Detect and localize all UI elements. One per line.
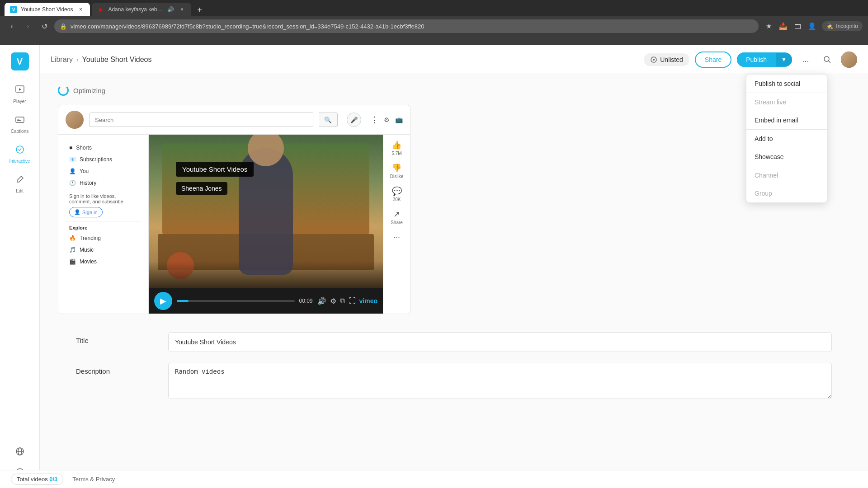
- dropdown-showcase[interactable]: Showcase: [746, 148, 827, 166]
- share-icon: ↗: [393, 209, 400, 219]
- address-bar-url: vimeo.com/manage/videos/896376989/72fd7f…: [71, 23, 753, 30]
- browser-chrome: V Youtube Short Videos × ▶ Adana keyfasy…: [0, 0, 868, 45]
- browser-toolbar: ‹ › ↺ 🔒 vimeo.com/manage/videos/89637698…: [0, 16, 868, 36]
- vimeo-brand: vimeo: [359, 297, 377, 305]
- download-button[interactable]: 📥: [777, 20, 789, 33]
- incognito-badge: 🕵 Incognito: [822, 21, 863, 31]
- comments-count: 20K: [393, 197, 401, 202]
- address-bar[interactable]: 🔒 vimeo.com/manage/videos/896376989/72fd…: [54, 19, 759, 33]
- form-row-title: Title: [76, 332, 832, 352]
- yt-name-overlay: Sheena Jones: [176, 182, 227, 195]
- yt-progress-bar[interactable]: [177, 300, 295, 302]
- yt-signin-button[interactable]: 👤 Sign in: [69, 207, 103, 217]
- video-section: 🔍 🎤 ⋮ ⚙ 📺 ■ Shorts: [58, 105, 850, 314]
- tab-2-audio-icon: 🔊: [167, 6, 174, 13]
- search-icon: [823, 56, 831, 64]
- total-videos-label: Total videos: [17, 476, 48, 483]
- tab-1-title: Youtube Short Videos: [21, 6, 73, 13]
- description-label: Description: [76, 363, 157, 375]
- tab-2-favicon: ▶: [97, 6, 104, 13]
- title-input[interactable]: [168, 332, 832, 352]
- terms-privacy-link[interactable]: Terms & Privacy: [72, 476, 115, 483]
- pip-icon[interactable]: ⧉: [340, 297, 345, 305]
- player-icon: [15, 85, 25, 97]
- thumbs-up-icon: 👍: [392, 140, 401, 150]
- volume-icon[interactable]: 🔊: [317, 297, 326, 305]
- stat-likes[interactable]: 👍 5.7M: [392, 140, 401, 156]
- user-avatar[interactable]: [841, 52, 857, 68]
- likes-count: 5.7M: [392, 151, 401, 156]
- description-input[interactable]: Random videos: [168, 363, 832, 399]
- search-button[interactable]: [819, 52, 835, 68]
- yt-content: ■ Shorts 📧 Subscriptions 👤 You: [58, 135, 410, 314]
- svg-rect-2: [17, 119, 19, 120]
- yt-nav-subscriptions[interactable]: 📧 Subscriptions: [66, 154, 141, 165]
- unlisted-badge[interactable]: Unlisted: [644, 53, 689, 66]
- more-icon: ···: [393, 232, 400, 242]
- dropdown-publish-social[interactable]: Publish to social: [746, 75, 827, 93]
- dropdown-add-to[interactable]: Add to: [746, 130, 827, 148]
- tab-1-close[interactable]: ×: [76, 5, 85, 14]
- stat-share[interactable]: ↗ Share: [391, 209, 403, 225]
- stat-comments[interactable]: 💬 20K: [392, 186, 402, 202]
- yt-nav-you[interactable]: 👤 You: [66, 165, 141, 177]
- breadcrumb: Library › Youtube Short Videos: [51, 56, 151, 64]
- svg-point-10: [824, 56, 829, 61]
- sidebar-item-interactive[interactable]: Interactive: [4, 141, 36, 167]
- stat-more[interactable]: ···: [393, 232, 400, 242]
- sidebar-item-player[interactable]: Player: [4, 81, 36, 108]
- yt-nav-shorts[interactable]: ■ Shorts: [66, 142, 141, 154]
- new-tab-button[interactable]: +: [193, 4, 206, 16]
- fullscreen-icon[interactable]: ⛶: [349, 297, 356, 305]
- sidebar-globe[interactable]: [4, 443, 36, 460]
- publish-button[interactable]: Publish: [737, 52, 776, 67]
- yt-search-input[interactable]: [89, 113, 313, 127]
- vimeo-app: V Player Captions Interactive Edit: [0, 45, 868, 488]
- bookmark-button[interactable]: ★: [762, 20, 775, 33]
- food-visual: [149, 135, 383, 288]
- incognito-label: Incognito: [836, 23, 858, 29]
- yt-settings-button[interactable]: ⚙: [384, 116, 390, 123]
- back-button[interactable]: ‹: [5, 20, 18, 33]
- publish-btn-group: Publish ▼: [737, 52, 792, 67]
- sidebar-interactive-label: Interactive: [9, 159, 30, 164]
- breadcrumb-separator: ›: [76, 56, 79, 63]
- yt-nav-music[interactable]: 🎵 Music: [66, 244, 141, 256]
- reload-button[interactable]: ↺: [38, 20, 51, 33]
- yt-menu-button[interactable]: ⋮: [370, 115, 378, 125]
- yt-play-button[interactable]: ▶: [154, 292, 172, 310]
- video-preview: 🔍 🎤 ⋮ ⚙ 📺 ■ Shorts: [58, 105, 410, 314]
- yt-nav-history[interactable]: 🕐 History: [66, 177, 141, 189]
- dropdown-embed-email[interactable]: Embed in email: [746, 111, 827, 129]
- tab-2-close[interactable]: ×: [178, 5, 186, 14]
- more-options-button[interactable]: ...: [797, 52, 814, 68]
- yt-video-area: Youtube Short Videos Sheena Jones ▶ 00:0…: [149, 135, 383, 314]
- vimeo-logo[interactable]: V: [11, 52, 29, 70]
- forward-button[interactable]: ›: [22, 20, 34, 33]
- main-content: Optimizing 🔍 🎤 ⋮ ⚙ 📺: [40, 74, 868, 488]
- dropdown-group: Group: [746, 184, 827, 202]
- sidebar-item-edit[interactable]: Edit: [4, 171, 36, 197]
- yt-mic-button[interactable]: 🎤: [347, 113, 361, 127]
- dropdown-channel: Channel: [746, 166, 827, 184]
- yt-nav-movies[interactable]: 🎬 Movies: [66, 256, 141, 267]
- sidebar-item-captions[interactable]: Captions: [4, 111, 36, 137]
- publish-dropdown-trigger[interactable]: ▼: [776, 53, 792, 66]
- lock-icon: 🔒: [60, 23, 67, 30]
- browser-tab-1[interactable]: V Youtube Short Videos ×: [5, 3, 90, 16]
- profile-button[interactable]: 🗔: [791, 20, 804, 33]
- settings-icon[interactable]: ⚙: [330, 297, 336, 305]
- yt-search-button[interactable]: 🔍: [319, 113, 338, 127]
- share-button[interactable]: Share: [695, 52, 731, 68]
- yt-cast-button[interactable]: 📺: [395, 116, 403, 123]
- incognito-icon: 🕵: [826, 23, 833, 29]
- form-row-description: Description Random videos: [76, 363, 832, 399]
- browser-tab-2[interactable]: ▶ Adana keyfasya kebap'dan 🔊 ×: [92, 3, 191, 16]
- account-button[interactable]: 👤: [806, 20, 818, 33]
- stat-dislikes[interactable]: 👎 Dislike: [390, 163, 403, 179]
- yt-title-overlay: Youtube Short Videos: [176, 162, 254, 177]
- breadcrumb-library[interactable]: Library: [51, 56, 73, 64]
- breadcrumb-current: Youtube Short Videos: [82, 56, 152, 64]
- yt-video-thumbnail: [149, 135, 383, 288]
- yt-nav-trending[interactable]: 🔥 Trending: [66, 232, 141, 244]
